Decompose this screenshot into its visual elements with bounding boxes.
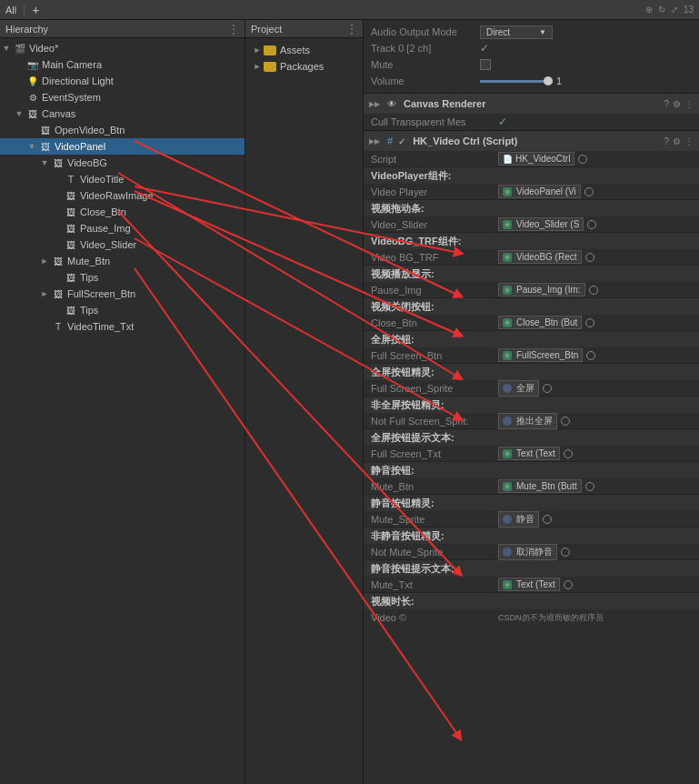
scale-icon[interactable]: ⤢ [671, 5, 678, 15]
hierarchy-item-main-camera[interactable]: 📷Main Camera [0, 56, 245, 73]
hierarchy-item-directional-light[interactable]: 💡Directional Light [0, 73, 245, 89]
hierarchy-item-tips1[interactable]: 🖼Tips [0, 269, 245, 286]
script-settings-icon[interactable]: ⚙ [673, 136, 681, 146]
prop-btn-6-0[interactable]: 全屏 [498, 380, 539, 397]
prop-label-5-0: Full Screen_Btn [371, 350, 498, 361]
item-label-directional-light: Directional Light [42, 75, 114, 86]
prop-target-11-0[interactable] [561, 548, 570, 557]
prop-target-0-0[interactable] [584, 187, 594, 196]
group-header-text-10: 静音按钮精灵: [371, 497, 434, 510]
prop-value-text-10-0: 静音 [516, 513, 534, 526]
prop-btn-3-0[interactable]: ◈ Pause_Img (Im: [498, 283, 585, 297]
script-kebab-icon[interactable]: ⋮ [684, 136, 694, 146]
prop-target-4-0[interactable] [585, 318, 594, 327]
ref-icon-4-0: ◈ [503, 318, 512, 327]
group-header-text-13: 视频时长: [371, 595, 414, 608]
prop-btn-2-0[interactable]: ◈ VideoBG (Rect [498, 250, 582, 264]
hierarchy-item-fullscreen-btn[interactable]: 🖼FullScreen_Btn [0, 286, 245, 302]
audio-output-dropdown[interactable]: Direct ▼ [480, 25, 553, 39]
add-button[interactable]: + [32, 3, 39, 17]
hierarchy-item-mute-btn[interactable]: 🖼Mute_Btn [0, 253, 245, 269]
tree-arrow-canvas[interactable] [13, 106, 25, 122]
canvas-renderer-header[interactable]: ▶ 👁 Canvas Renderer ? ⚙ ⋮ [364, 94, 699, 114]
hierarchy-item-video-slider[interactable]: 🖼Video_Slider [0, 236, 245, 253]
tree-arrow-fullscreen-btn[interactable] [38, 286, 51, 302]
hierarchy-item-videotime-txt[interactable]: TVideoTime_Txt [0, 318, 245, 335]
move-icon[interactable]: ⊕ [645, 5, 653, 15]
prop-btn-0-0[interactable]: ◈ VideoPanel (Vi [498, 185, 581, 198]
hierarchy-menu-icon[interactable]: ⋮ [228, 23, 239, 35]
canvas-question-icon[interactable]: ? [664, 99, 669, 109]
prop-target-1-0[interactable] [587, 220, 596, 229]
prop-btn-12-0[interactable]: ◈ Text (Text [498, 578, 560, 591]
prop-value-10-0: 静音 [498, 511, 692, 528]
prop-row-0-0: Video Player ◈ VideoPanel (Vi [364, 184, 699, 200]
prop-btn-4-0[interactable]: ◈ Close_Btn (But [498, 316, 582, 329]
item-icon-tips2: 🖼 [64, 303, 78, 317]
script-groups-container: VideoPlayer组件: Video Player ◈ VideoPanel… [364, 167, 699, 626]
prop-row-7-0: Not Full Screen_Sprit: 推出全屏 [364, 413, 699, 429]
volume-slider-container[interactable]: 1 [480, 75, 562, 86]
canvas-expand-icon: ▶ [369, 100, 380, 108]
tree-arrow-videopanel[interactable] [25, 138, 38, 155]
script-question-icon[interactable]: ? [664, 136, 669, 146]
script-section-header[interactable]: ▶ # ✓ HK_Video Ctrl (Script) ? ⚙ ⋮ [364, 131, 699, 151]
prop-target-3-0[interactable] [589, 286, 598, 295]
prop-target-5-0[interactable] [586, 351, 595, 360]
group-header-4: 视频关闭按钮: [364, 298, 699, 315]
hierarchy-item-videopanel[interactable]: 🖼VideoPanel [0, 138, 245, 155]
canvas-settings-icon[interactable]: ⚙ [673, 99, 681, 109]
eye-icon[interactable]: 👁 [387, 99, 396, 109]
prop-target-8-0[interactable] [564, 449, 573, 458]
prop-row-5-0: Full Screen_Btn ◈ FullScreen_Btn [364, 347, 699, 364]
prop-btn-8-0[interactable]: ◈ Text (Text [498, 447, 560, 460]
dropdown-arrow-icon: ▼ [539, 28, 546, 36]
mute-checkbox[interactable] [480, 59, 491, 70]
eye-icon-2[interactable]: ✓ [398, 136, 405, 146]
prop-target-12-0[interactable] [564, 580, 573, 589]
prop-target-7-0[interactable] [561, 417, 570, 426]
cull-transparent-row: Cull Transparent Mes ✓ [364, 114, 699, 130]
prop-target-6-0[interactable] [543, 384, 552, 393]
script-name-btn[interactable]: 📄 HK_VideoCtrl [498, 152, 574, 166]
prop-label-0-0: Video Player [371, 186, 498, 197]
volume-slider-thumb[interactable] [544, 76, 553, 85]
hierarchy-item-event-system[interactable]: ⚙EventSystem [0, 89, 245, 106]
rotate-icon[interactable]: ↻ [658, 5, 665, 15]
hierarchy-item-videobg[interactable]: 🖼VideoBG [0, 155, 245, 171]
main-layout: Hierarchy ⋮ 🎬Video*📷Main Camera💡Directio… [0, 20, 699, 784]
prop-btn-11-0[interactable]: 取消静音 [498, 544, 557, 560]
audio-output-value[interactable]: Direct ▼ [480, 25, 553, 39]
prop-btn-1-0[interactable]: ◈ Video_Slider (S [498, 217, 584, 231]
prop-target-10-0[interactable] [543, 515, 552, 524]
prop-target-2-0[interactable] [585, 253, 594, 262]
volume-slider-track[interactable] [480, 80, 553, 83]
cull-transparent-value: ✓ [498, 116, 692, 128]
audio-output-selected: Direct [486, 27, 510, 37]
prop-btn-9-0[interactable]: ◈ Mute_Btn (Butt [498, 479, 582, 493]
hierarchy-item-videorawimage[interactable]: 🖼VideoRawImage [0, 187, 245, 204]
hierarchy-item-pause-img[interactable]: 🖼Pause_Img [0, 220, 245, 236]
project-menu-icon[interactable]: ⋮ [346, 23, 357, 35]
proj-arrow-packages[interactable] [251, 58, 264, 75]
hierarchy-item-video[interactable]: 🎬Video* [0, 40, 245, 56]
proj-arrow-assets[interactable] [251, 42, 264, 58]
hierarchy-item-videotitle[interactable]: TVideoTitle [0, 171, 245, 187]
tree-arrow-videobg[interactable] [38, 155, 51, 171]
tree-arrow-mute-btn[interactable] [38, 253, 51, 269]
tree-arrow-video[interactable] [0, 40, 13, 56]
project-item-packages[interactable]: Packages [247, 58, 361, 75]
project-item-assets[interactable]: Assets [247, 42, 361, 58]
hierarchy-item-close-btn[interactable]: 🖼Close_Btn [0, 204, 245, 220]
prop-btn-5-0[interactable]: ◈ FullScreen_Btn [498, 348, 583, 362]
prop-btn-7-0[interactable]: 推出全屏 [498, 413, 557, 429]
script-target-icon[interactable] [578, 155, 587, 164]
item-icon-videopanel: 🖼 [38, 139, 53, 154]
hierarchy-item-canvas[interactable]: 🖼Canvas [0, 106, 245, 122]
hierarchy-item-tips2[interactable]: 🖼Tips [0, 302, 245, 318]
canvas-kebab-icon[interactable]: ⋮ [684, 99, 694, 109]
prop-target-9-0[interactable] [585, 482, 594, 491]
hierarchy-item-openvideo-btn[interactable]: 🖼OpenVideo_Btn [0, 122, 245, 138]
script-expand-icon: ▶ [369, 137, 380, 146]
prop-btn-10-0[interactable]: 静音 [498, 511, 539, 528]
